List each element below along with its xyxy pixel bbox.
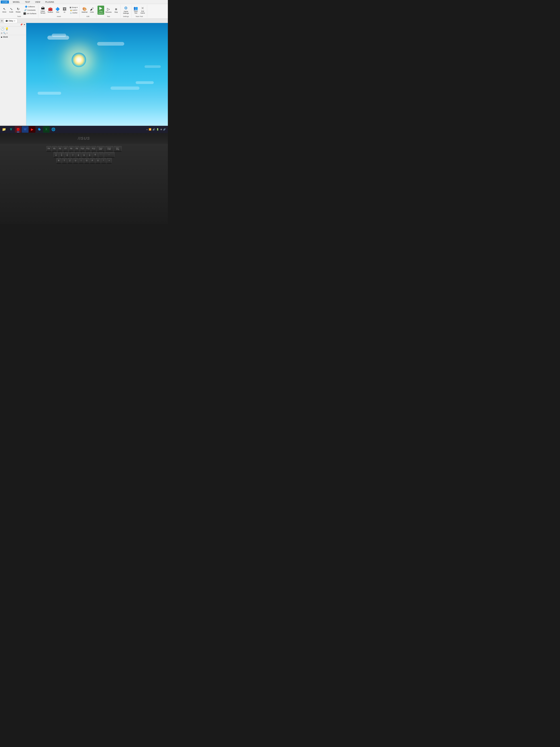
resume-button[interactable]: ▷ Resume — [105, 7, 112, 14]
cloud-4 — [136, 81, 154, 84]
key-i[interactable]: I — [79, 158, 84, 163]
key-sz[interactable]: ß — [93, 152, 98, 157]
menu-plugins[interactable]: PLUGINS — [44, 1, 55, 3]
settings-buttons: ⚙ Game Settings — [122, 5, 130, 15]
team-test-buttons: 👥 Team Test ✕ Exit Game — [133, 5, 146, 15]
exit-game-button[interactable]: ✕ Exit Game — [139, 6, 146, 15]
key-6[interactable]: &6 — [65, 152, 70, 157]
key-f9[interactable]: F9 — [74, 146, 79, 152]
insert-small-buttons: ▦ Group ▾ 🔒 Lock ▾ ⚓ Anchor — [69, 6, 79, 14]
taskbar-roblox[interactable] — [15, 126, 21, 133]
taskbar-app-v[interactable]: V — [8, 126, 14, 133]
scale-button[interactable]: ⤡ Scale — [8, 7, 15, 14]
cloud-2 — [52, 34, 66, 37]
edit-buttons: 🎨 Material 🖌 Color — [81, 5, 95, 15]
ribbon-group-test: ▶ Play Here ▾ ▷ Resume ■ Stop Test — [97, 5, 121, 18]
collisions-button[interactable]: 🔷 Collisions — [23, 5, 37, 8]
menu-view[interactable]: VIEW — [34, 1, 41, 3]
play-here-button[interactable]: ▶ Play Here ▾ — [98, 6, 104, 15]
key-f4[interactable]: F4 — [46, 146, 51, 152]
key-plus[interactable]: + — [107, 158, 112, 163]
key-druck[interactable]: DruckS-Abf — [105, 146, 113, 152]
cloud-7 — [144, 65, 161, 68]
editor-terrain-button[interactable]: 🏔 Editor Terrain — [39, 6, 46, 15]
cloud-6 — [37, 92, 61, 95]
anchor-icon: ⚓ — [70, 12, 72, 14]
taskbar-app7[interactable]: 🌐 — [50, 126, 57, 133]
edge-icon — [37, 127, 41, 131]
tray-expand-icon[interactable]: ∧ — [146, 128, 148, 130]
color-button[interactable]: 🖌 Color — [89, 7, 95, 14]
lock-button[interactable]: 🔒 Lock ▾ — [69, 9, 79, 11]
key-pause[interactable]: PauseUntbr — [97, 146, 105, 152]
link-icon: 🔗 — [163, 128, 166, 131]
key-f6[interactable]: F6 — [57, 146, 62, 152]
ribbon-group-insert: 🏔 Editor Terrain 🧰 Toolbox 🔷 Part 🖼 UI — [38, 5, 80, 18]
filter-icon[interactable]: ≡ — [6, 32, 8, 34]
key-f7[interactable]: F7 — [63, 146, 68, 152]
taskbar-media[interactable]: ▶ — [29, 126, 35, 133]
sidebar-toolbar: 📌 ✕ — [0, 23, 26, 26]
stop-button[interactable]: ■ Stop — [113, 7, 119, 14]
taskbar-word[interactable]: W — [22, 126, 28, 133]
pin-icon[interactable]: 📌 — [20, 23, 23, 26]
key-9[interactable]: )9 — [82, 152, 87, 157]
key-f5[interactable]: F5 — [52, 146, 57, 152]
menu-test[interactable]: TEST — [24, 1, 31, 3]
tab-obby[interactable]: 🏔 Obby ✕ — [4, 19, 17, 23]
key-accent[interactable]: ' — [99, 152, 104, 157]
taskbar-file-explorer[interactable]: 📁 — [1, 126, 7, 133]
sidebar-workspace[interactable]: ▶ World — [1, 36, 25, 38]
menu-home[interactable]: HOME — [1, 1, 9, 3]
key-p[interactable]: P — [90, 158, 95, 163]
move-icon: ↖ — [3, 7, 6, 11]
key-f12[interactable]: F12 — [91, 146, 96, 152]
key-z[interactable]: Z — [68, 158, 73, 163]
constraints-button[interactable]: 🔗 Constraints — [23, 8, 37, 12]
move-button[interactable]: ↖ Move — [1, 7, 8, 14]
anchor-button[interactable]: ⚓ Anchor — [69, 11, 79, 14]
key-5[interactable]: %5 — [59, 152, 64, 157]
network-icon: 🖥 — [160, 128, 162, 130]
key-f8[interactable]: F8 — [69, 146, 74, 152]
key-star[interactable]: * — [101, 158, 106, 163]
clear-search-icon[interactable]: ⊗ — [1, 32, 3, 34]
taskbar-excel[interactable]: X — [43, 126, 50, 133]
toolbox-icon: 🧰 — [48, 7, 53, 11]
key-o[interactable]: O — [84, 158, 89, 163]
join-surfaces-button[interactable]: ⬛ Join Surfaces — [23, 12, 37, 15]
key-entf[interactable]: EntfEinfg — [114, 146, 122, 152]
key-f11[interactable]: F11 — [85, 146, 90, 152]
ribbon: ↖ Move ⤡ Scale ↻ Rotate 🔷 Collisions — [0, 4, 168, 19]
group-button[interactable]: ▦ Group ▾ — [69, 6, 79, 9]
key-8[interactable]: (8 — [76, 152, 81, 157]
wifi-icon: 📶 — [149, 128, 152, 131]
number-key-row: $4 %5 &6 /7 (8 )9 =0 ß ' ← — [1, 152, 166, 157]
taskbar-edge[interactable] — [36, 126, 43, 133]
menu-model[interactable]: MODEL — [12, 1, 21, 3]
group-icon: ▦ — [70, 6, 71, 8]
key-ue[interactable]: Ü — [96, 158, 101, 163]
key-t[interactable]: T — [62, 158, 67, 163]
panel-toggle[interactable]: ⊞ — [1, 20, 4, 22]
key-f10[interactable]: F10 — [80, 146, 85, 152]
scale-icon: ⤡ — [10, 7, 13, 11]
viewport[interactable] — [26, 23, 168, 129]
key-4[interactable]: $4 — [54, 152, 59, 157]
key-u[interactable]: U — [73, 158, 78, 163]
team-test-button[interactable]: 👥 Team Test — [133, 6, 139, 15]
key-r[interactable]: R — [56, 158, 61, 163]
key-0[interactable]: =0 — [87, 152, 92, 157]
stop-icon: ■ — [115, 7, 117, 11]
tab-obby-close[interactable]: ✕ — [14, 20, 16, 22]
rotate-button[interactable]: ↻ Rotate — [15, 7, 22, 14]
close-panel-icon[interactable]: ✕ — [24, 23, 25, 26]
game-settings-button[interactable]: ⚙ Game Settings — [122, 6, 130, 15]
toolbox-button[interactable]: 🧰 Toolbox — [47, 7, 54, 14]
key-backspace[interactable]: ← — [104, 152, 114, 157]
key-7[interactable]: /7 — [70, 152, 75, 157]
material-button[interactable]: 🎨 Material — [81, 7, 88, 14]
ui-button[interactable]: 🖼 UI — [61, 7, 68, 14]
sidebar: 📌 ✕ 🕐 💡 ⊗ 🔍 ≡ ▶ World None — [0, 23, 26, 129]
part-button[interactable]: 🔷 Part — [54, 7, 61, 14]
